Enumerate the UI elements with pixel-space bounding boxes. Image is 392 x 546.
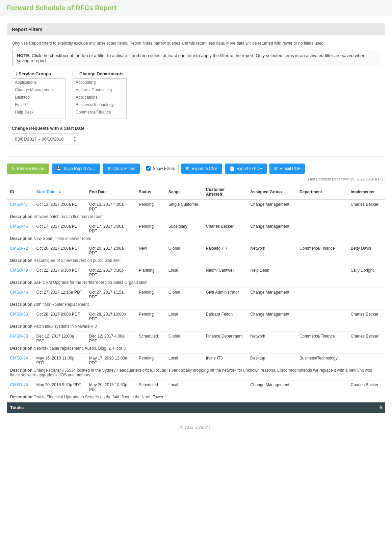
page-footer: © 2022 Giva, Inc.: [7, 420, 385, 435]
cell-implementer: [347, 288, 385, 301]
description-cell: Description Patch linux systems in VMwar…: [7, 323, 385, 332]
cell-customer-affected: Irvine IT3: [203, 353, 247, 367]
id-link[interactable]: CMSD-45: [10, 290, 28, 295]
description-cell: Description Change Router #55534 located…: [7, 367, 385, 380]
change-departments-filter: Change Departments Accounting Antitrust …: [73, 71, 127, 119]
cell-id[interactable]: CMSD-45: [7, 288, 33, 301]
description-label: Description: [10, 324, 32, 329]
cell-id[interactable]: CMSD-48: [7, 380, 33, 394]
col-assigned-group: Assigned Group: [247, 184, 296, 200]
cell-customer-affected: Naomi Cantwell: [203, 266, 247, 279]
report-filters-heading: Report Filters: [7, 23, 385, 35]
id-link[interactable]: CMSD-50: [10, 312, 28, 317]
description-row: Description 20th floor Router Replacemen…: [7, 301, 385, 310]
date-down-arrow[interactable]: ▼: [73, 139, 76, 143]
service-groups-checkbox[interactable]: [12, 72, 17, 76]
cell-implementer: Betty Davis: [347, 244, 385, 257]
cell-implementer: [347, 353, 385, 367]
cell-id[interactable]: CMSD-83: [7, 331, 33, 345]
list-item[interactable]: Business/Technology: [73, 101, 126, 108]
id-link[interactable]: CMSD-94: [10, 356, 28, 361]
filter-note-box: NOTE: Click the checkbox at the top of a…: [12, 50, 380, 66]
cell-id[interactable]: CMSD-49: [7, 266, 33, 279]
id-link[interactable]: CMSD-47: [10, 202, 28, 207]
export-pdf-button[interactable]: 📄 Export to PDF: [225, 164, 267, 174]
list-item[interactable]: Field IT: [12, 101, 66, 108]
cell-assigned-group: Change Management: [247, 309, 296, 323]
cell-implementer: Charles Becker: [347, 200, 385, 214]
list-item[interactable]: Help Desk: [12, 108, 66, 116]
cell-start-date: May 16, 2018 11:00p PDT: [33, 353, 86, 367]
list-item[interactable]: Antitrust Counseling: [73, 86, 126, 94]
cell-id[interactable]: CMSD-47: [7, 200, 33, 214]
cell-id[interactable]: CMSD-72: [7, 244, 33, 257]
description-row: Description Oracle Financial Upgrade to …: [7, 394, 385, 402]
cell-end-date: Dec 12, 2017 4:00a PST: [86, 331, 135, 345]
cell-start-date: Oct 20, 2017 1:00a PDT: [33, 244, 86, 257]
cell-department: [296, 380, 347, 394]
save-report-button[interactable]: 💾 Save Report As...: [52, 164, 100, 174]
col-department: Department: [296, 184, 347, 200]
description-cell: Description SAP CRM Upgrade for the Nort…: [7, 279, 385, 288]
date-value: 03/01/2017 – 06/10/2018: [15, 136, 71, 142]
id-link[interactable]: CMSD-72: [10, 246, 28, 251]
table-row: CMSD-47 Oct 13, 2017 3:00a PDT Oct 13, 2…: [7, 200, 385, 214]
save-icon: 💾: [56, 166, 61, 171]
service-groups-list[interactable]: Applications Change Management Desktop F…: [12, 78, 66, 119]
description-row: Description SAP CRM Upgrade for the Nort…: [7, 279, 385, 288]
refresh-button[interactable]: ↻ Refresh Report: [7, 164, 49, 174]
date-up-arrow[interactable]: ▲: [73, 135, 76, 139]
cell-department: [296, 288, 347, 301]
cell-scope: Single Customer: [165, 200, 203, 214]
cell-assigned-group: Desktop: [247, 353, 296, 367]
cell-scope: Local: [165, 353, 203, 367]
cell-start-date: Oct 22, 2017 6:30p PDT: [33, 266, 86, 279]
change-departments-label: Change Departments: [79, 71, 124, 76]
description-label: Description: [10, 395, 32, 399]
toolbar: ↻ Refresh Report 💾 Save Report As... 🗑 C…: [7, 164, 385, 174]
cell-end-date: Oct 22, 2017 8:30p PDT: [86, 266, 135, 279]
id-link[interactable]: CMSD-83: [10, 334, 28, 339]
cell-start-date: May 20, 2018 9:30p PDT: [33, 380, 86, 394]
export-csv-button[interactable]: ⊞ Export to CSV: [181, 164, 222, 174]
show-filters-toggle[interactable]: Show Filters: [142, 164, 179, 173]
col-implementer: Implementer: [347, 184, 385, 200]
id-link[interactable]: CMSD-48: [10, 382, 28, 387]
cell-customer-affected: Finance Department: [203, 331, 247, 345]
list-item[interactable]: Applications: [73, 94, 126, 101]
cell-assigned-group: Change Management: [247, 200, 296, 214]
cell-start-date: Oct 17, 2017 2:00a PDT: [33, 222, 86, 235]
pdf-icon: 📄: [230, 166, 235, 171]
list-item[interactable]: Change Management: [12, 86, 66, 94]
cell-end-date: Oct 27, 2017 1:15a PDT: [86, 288, 135, 301]
cell-start-date: Oct 28, 2017 9:00p PDT: [33, 309, 86, 323]
col-start-date[interactable]: Start Date ▲: [33, 184, 86, 200]
change-departments-list[interactable]: Accounting Antitrust Counseling Applicat…: [73, 78, 127, 119]
show-filters-checkbox[interactable]: [146, 166, 151, 171]
list-item[interactable]: Accounting: [73, 79, 126, 86]
cell-id[interactable]: CMSD-46: [7, 222, 33, 235]
cell-department: [296, 266, 347, 279]
list-item[interactable]: Commerce/Finance: [73, 108, 126, 116]
change-departments-checkbox[interactable]: [73, 72, 77, 76]
cell-start-date: Oct 13, 2017 3:00a PDT: [33, 200, 86, 214]
description-label: Description: [10, 214, 32, 219]
clear-filters-button[interactable]: 🗑 Clear Filters: [103, 164, 140, 174]
cell-id[interactable]: CMSD-94: [7, 353, 33, 367]
table-row: CMSD-46 Oct 17, 2017 2:00a PDT Oct 17, 2…: [7, 222, 385, 235]
id-link[interactable]: CMSD-49: [10, 268, 28, 273]
cell-customer-affected: [203, 380, 247, 394]
id-link[interactable]: CMSD-46: [10, 224, 28, 229]
cell-scope: Global: [165, 244, 203, 257]
email-pdf-button[interactable]: ✉ E-mail PDF: [269, 164, 305, 174]
filter-description: Only use Report filters to explicitly ex…: [12, 40, 380, 46]
cell-status: Pending: [135, 309, 165, 323]
cell-scope: Global: [165, 288, 203, 301]
cell-customer-affected: Charles Becker: [203, 222, 247, 235]
list-item[interactable]: Desktop: [12, 94, 66, 101]
list-item[interactable]: Applications: [12, 79, 66, 86]
cell-department: Commerce/Finance: [296, 331, 347, 345]
cell-id[interactable]: CMSD-50: [7, 309, 33, 323]
report-filters-panel: Report Filters Only use Report filters t…: [7, 23, 385, 157]
totals-count: 9: [380, 405, 382, 410]
